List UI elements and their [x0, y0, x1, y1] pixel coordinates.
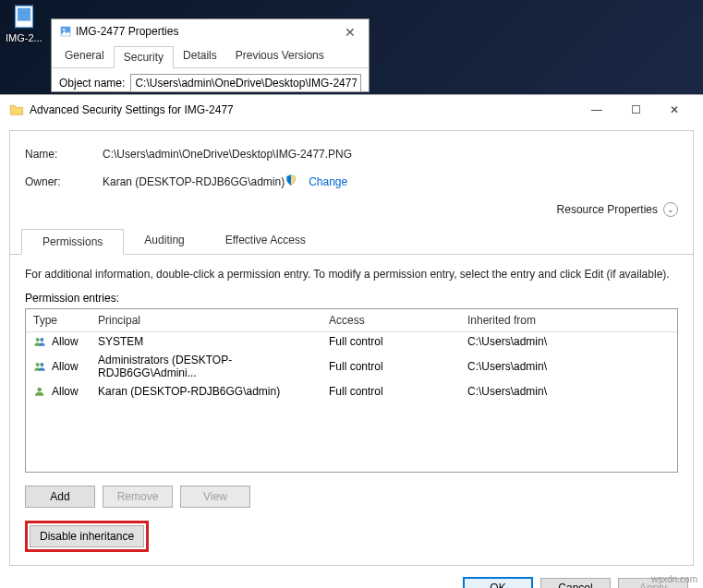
- name-value: C:\Users\admin\OneDrive\Desktop\IMG-2477…: [103, 148, 352, 161]
- table-row[interactable]: Allow Karan (DESKTOP-RDJB6GG\admin) Full…: [26, 382, 677, 401]
- shield-icon: [285, 174, 297, 189]
- object-name-field[interactable]: [130, 74, 361, 92]
- tab-details[interactable]: Details: [174, 45, 226, 67]
- svg-point-5: [40, 338, 43, 342]
- svg-rect-1: [18, 8, 30, 21]
- permission-entries-table[interactable]: Type Principal Access Inherited from All…: [25, 308, 678, 473]
- tab-security[interactable]: Security: [114, 46, 174, 68]
- svg-point-7: [40, 363, 43, 366]
- user-icon: [33, 386, 48, 397]
- resource-properties-label: Resource Properties: [557, 203, 658, 216]
- object-name-label: Object name:: [59, 77, 125, 90]
- change-owner-link[interactable]: Change: [309, 175, 347, 188]
- tab-previous-versions[interactable]: Previous Versions: [226, 45, 333, 67]
- close-button[interactable]: ✕: [655, 97, 694, 123]
- advanced-security-window: Advanced Security Settings for IMG-2477 …: [0, 94, 703, 588]
- svg-point-8: [37, 388, 42, 392]
- table-row[interactable]: Allow SYSTEM Full control C:\Users\admin…: [26, 332, 677, 351]
- properties-titlebar: IMG-2477 Properties: [52, 19, 369, 43]
- maximize-button[interactable]: ☐: [616, 97, 655, 123]
- cancel-button[interactable]: Cancel: [540, 578, 611, 588]
- col-principal[interactable]: Principal: [98, 314, 329, 327]
- image-file-icon: [59, 25, 72, 38]
- disable-inheritance-highlight: Disable inheritance: [25, 521, 149, 552]
- desktop-file-label: IMG-2...: [6, 32, 42, 43]
- table-row[interactable]: Allow Administrators (DESKTOP-RDJB6GG\Ad…: [26, 351, 677, 382]
- users-icon: [33, 336, 48, 347]
- svg-point-3: [63, 29, 65, 30]
- resource-properties-expand[interactable]: ⌄: [663, 202, 678, 217]
- add-button[interactable]: Add: [25, 486, 95, 508]
- tab-permissions[interactable]: Permissions: [21, 229, 124, 255]
- properties-tabs: General Security Details Previous Versio…: [52, 45, 369, 68]
- disable-inheritance-button[interactable]: Disable inheritance: [30, 525, 144, 547]
- users-icon: [33, 361, 48, 372]
- minimize-button[interactable]: —: [577, 97, 616, 123]
- properties-title: IMG-2477 Properties: [76, 25, 178, 38]
- tab-general[interactable]: General: [55, 45, 114, 67]
- remove-button: Remove: [103, 486, 173, 508]
- properties-close-button[interactable]: ✕: [339, 23, 361, 42]
- desktop-background: IMG-2... IMG-2477 Properties ✕ General S…: [0, 0, 703, 94]
- tab-auditing[interactable]: Auditing: [124, 228, 204, 254]
- watermark: wsxdn.com: [651, 574, 697, 584]
- view-button: View: [180, 486, 250, 508]
- owner-value: Karan (DESKTOP-RDJB6GG\admin): [103, 175, 285, 188]
- permission-entries-label: Permission entries:: [25, 292, 678, 305]
- desktop-file-icon[interactable]: IMG-2...: [6, 4, 42, 43]
- col-inherited[interactable]: Inherited from: [467, 314, 670, 327]
- ok-button[interactable]: OK: [463, 577, 533, 588]
- name-label: Name:: [25, 148, 103, 161]
- security-tabs: Permissions Auditing Effective Access: [10, 228, 693, 255]
- col-type[interactable]: Type: [33, 314, 98, 327]
- permissions-note: For additional information, double-click…: [25, 268, 678, 281]
- owner-label: Owner:: [25, 175, 103, 188]
- advanced-titlebar: Advanced Security Settings for IMG-2477 …: [0, 95, 703, 125]
- properties-window: IMG-2477 Properties ✕ General Security D…: [51, 18, 370, 92]
- advanced-title: Advanced Security Settings for IMG-2477: [30, 103, 577, 116]
- svg-point-6: [36, 363, 40, 366]
- col-access[interactable]: Access: [329, 314, 467, 327]
- svg-point-4: [36, 338, 40, 342]
- folder-icon: [9, 102, 24, 117]
- tab-effective-access[interactable]: Effective Access: [205, 228, 326, 254]
